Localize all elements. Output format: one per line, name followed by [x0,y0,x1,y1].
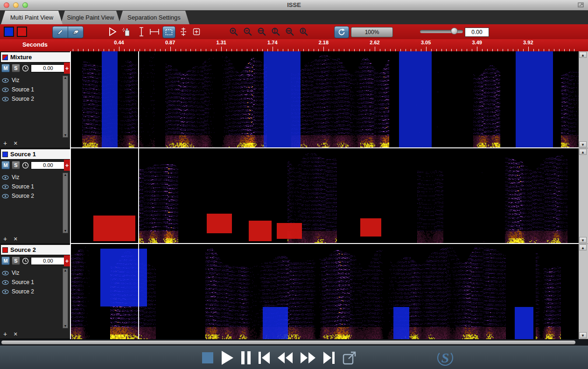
track-header[interactable]: Source 1 [0,149,72,160]
scroll-down-icon[interactable]: ▼ [579,141,587,147]
pencil-tool-button[interactable] [52,26,68,38]
horizontal-scrollbar[interactable] [0,339,588,346]
sidebar-scrollbar[interactable]: ▲ ▼ [63,173,68,233]
spray-can-tool-button[interactable] [120,26,133,37]
layer-row-viz[interactable]: Viz [2,268,19,278]
layer-row-source1[interactable]: Source 1 [2,182,34,191]
add-layer-button[interactable]: + [64,160,70,171]
spectrogram-mixture[interactable] [71,51,579,147]
track-color-swatch-icon [2,55,8,60]
add-region-tool-button[interactable] [190,26,203,37]
add-layer-button[interactable]: + [64,255,70,266]
tab-multi-paint-view[interactable]: Multi Paint View [1,11,63,24]
time-value-field[interactable] [465,28,489,37]
volume-slider-thumb[interactable] [451,28,458,35]
zoom-select-vertical-icon [271,27,280,36]
stop-button[interactable] [202,352,214,364]
play-button[interactable] [221,350,234,365]
mute-button[interactable]: M [1,64,10,72]
layer-row-source1[interactable]: Source 1 [2,278,34,287]
volume-slider[interactable] [420,30,463,33]
scroll-up-icon[interactable]: ▲ [63,269,68,272]
fast-forward-button[interactable] [300,352,316,364]
vscrollbar-mixture[interactable]: ▲ ▼ [579,51,588,148]
gain-field[interactable] [31,161,65,169]
remove-source-button[interactable]: × [14,139,17,147]
track-header[interactable]: Source 2 [0,244,72,255]
marquee-select-tool-button[interactable] [162,26,175,38]
time-ruler[interactable]: 0.440.871.311.742.182.623.053.493.92 [70,39,579,51]
rewind-button[interactable] [277,352,293,364]
track-panel-source2: Source 2 M S + Viz Source 1 Source 2 [0,244,70,339]
pause-button[interactable] [241,351,251,365]
spectrogram-source1[interactable] [71,148,579,243]
loop-toggle-button[interactable] [334,26,349,38]
gain-field[interactable] [31,257,65,265]
play-cursor-tool-button[interactable] [106,26,119,37]
svg-text:S: S [441,350,449,365]
zoom-level-dropdown[interactable]: 100% [351,27,393,37]
gain-field[interactable] [31,64,65,72]
paint-color-blue-swatch[interactable] [4,27,14,37]
zoom-in-button[interactable] [228,26,240,37]
track-header[interactable]: Mixture [0,52,72,63]
hscroll-thumb[interactable] [1,341,575,344]
scroll-up-icon[interactable]: ▲ [579,244,587,251]
layer-row-source2[interactable]: Source 2 [2,191,34,201]
sidebar-scrollbar[interactable]: ▲ ▼ [63,268,68,328]
window-proxy-icon[interactable] [578,2,584,8]
solo-button[interactable]: S [12,161,20,169]
scroll-down-icon[interactable]: ▼ [579,332,587,338]
scroll-down-icon[interactable]: ▼ [579,237,587,243]
measure-tool-button[interactable] [148,26,161,37]
track-name: Source 2 [10,246,36,253]
sidebar-scrollbar[interactable]: ▲ ▼ [63,76,68,138]
remove-source-button[interactable]: × [14,330,17,338]
marquee-select-icon [165,29,173,35]
scroll-up-icon[interactable]: ▲ [63,76,68,80]
remove-source-button[interactable]: × [14,235,17,243]
time-ruler-row: Seconds 0.440.871.311.742.182.623.053.49… [0,39,588,51]
ibeam-icon [139,27,144,36]
export-loop-button[interactable] [342,350,357,365]
add-layer-button[interactable]: + [64,63,70,74]
tab-separation-settings[interactable]: Separation Settings [119,11,189,24]
tab-single-paint-view[interactable]: Single Paint View [61,11,120,24]
ibeam-cursor-tool-button[interactable] [135,26,147,37]
scroll-down-icon[interactable]: ▼ [63,229,68,233]
spectrogram-source2[interactable] [71,244,579,339]
ibeam-vertical-tool-button[interactable] [177,26,189,37]
skip-to-start-button[interactable] [258,351,270,364]
layer-row-viz[interactable]: Viz [2,76,19,85]
layer-row-source1[interactable]: Source 1 [2,85,34,94]
scroll-up-icon[interactable]: ▲ [63,173,68,177]
add-source-button[interactable]: + [3,235,7,243]
vscrollbar-source1[interactable]: ▲ ▼ [579,148,588,244]
playhead-line[interactable] [138,51,139,339]
zoom-select-vertical-button[interactable] [270,26,282,37]
scroll-down-icon[interactable]: ▼ [63,133,68,137]
zoom-out-button[interactable] [242,26,254,37]
paint-color-red-swatch[interactable] [17,27,27,37]
mute-button[interactable]: M [1,257,10,265]
skip-to-end-icon [323,351,335,364]
scroll-up-icon[interactable]: ▲ [579,52,587,58]
layer-label: Source 1 [12,279,34,285]
layer-row-viz[interactable]: Viz [2,173,19,182]
solo-button[interactable]: S [12,64,20,72]
layer-row-source2[interactable]: Source 2 [2,287,34,296]
solo-button[interactable]: S [12,257,20,265]
add-source-button[interactable]: + [3,139,7,147]
zoom-fit-height-button[interactable] [298,26,310,37]
layer-label: Source 2 [12,96,34,102]
skip-to-end-button[interactable] [323,351,335,364]
scroll-down-icon[interactable]: ▼ [63,324,68,328]
layer-row-source2[interactable]: Source 2 [2,94,34,104]
scroll-up-icon[interactable]: ▲ [579,149,587,155]
mute-button[interactable]: M [1,161,10,169]
zoom-select-horizontal-button[interactable] [256,26,268,37]
add-source-button[interactable]: + [3,330,7,338]
vscrollbar-source2[interactable]: ▲ ▼ [579,244,588,339]
eraser-tool-button[interactable] [68,26,84,38]
zoom-fit-width-button[interactable] [284,26,296,37]
